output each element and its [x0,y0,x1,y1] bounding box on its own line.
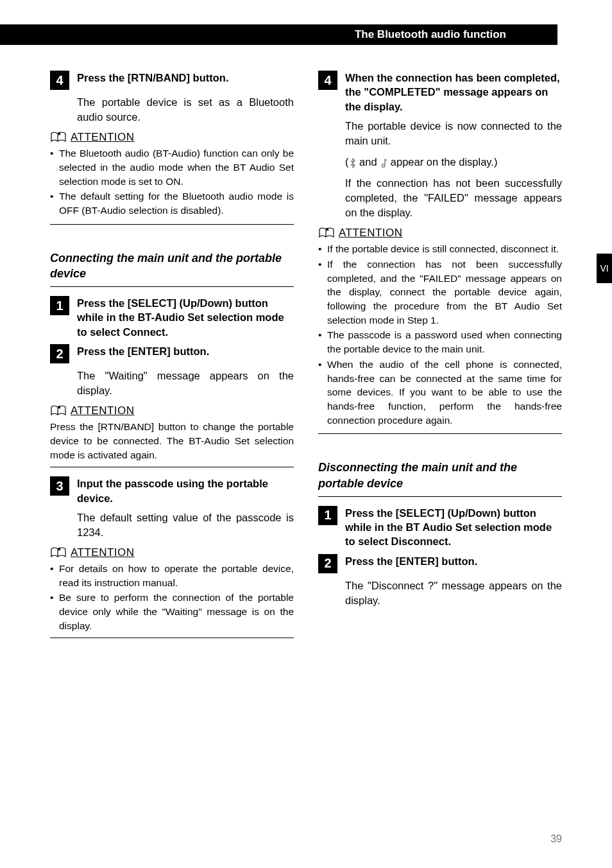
secA-step-2-title: Press the [ENTER] button. [77,344,209,358]
paren-close: appear on the display.) [387,156,497,168]
divider [318,496,562,497]
secA-step-1: 1 Press the [SELECT] (Up/Down) button wh… [50,296,294,339]
attention-4-item-2: The passcode is a password used when con… [327,328,562,356]
secA-step-2: 2 Press the [ENTER] button. [50,344,294,363]
book-icon [50,404,67,417]
step-number-2: 2 [318,554,337,573]
book-icon [50,546,67,559]
attention-4-item-3: When the audio of the cell phone is conn… [327,358,562,427]
secA-step-3-body: The default setting value of the passcod… [77,510,294,540]
divider [50,224,294,225]
secB-step-1: 1 Press the [SELECT] (Up/Down) button wh… [318,506,562,549]
attention-4-item-0: If the portable device is still connecte… [327,242,562,256]
right-step-4-body1: The portable device is now connected to … [345,119,562,148]
secB-step-2: 2 Press the [ENTER] button. [318,554,562,573]
right-step-4-title: When the connection has been completed, … [345,71,562,114]
step-number-4: 4 [318,71,337,90]
step-number-3: 3 [50,476,69,496]
attention-header-2: ATTENTION [50,404,294,417]
music-note-icon [380,158,387,168]
left-step-4-title: Press the [RTN/BAND] button. [77,71,229,85]
attention-1-item-0: The Bluetooth audio (BT-Audio) function … [59,146,294,188]
disconnecting-heading: Disconnecting the main unit and the port… [318,460,562,491]
attention-2-text: Press the [RTN/BAND] button to change th… [50,420,294,462]
bluetooth-icon [349,158,357,168]
book-icon [50,131,67,144]
secA-step-3: 3 Input the passcode using the portable … [50,476,294,505]
attention-list-3: For details on how to operate the portab… [50,562,294,632]
step-number-1: 1 [50,296,69,315]
attention-label-3: ATTENTION [71,546,135,559]
right-step-4: 4 When the connection has been completed… [318,71,562,114]
attention-list-1: The Bluetooth audio (BT-Audio) function … [50,146,294,217]
right-step-4-body2: ( and appear on the display.) [345,155,562,169]
divider [50,286,294,287]
step-number-4: 4 [50,71,69,90]
chapter-tab: VI [597,254,612,283]
book-icon [318,227,335,239]
attention-label-1: ATTENTION [71,131,135,144]
step-number-2: 2 [50,344,69,363]
secA-step-2-body: The "Waiting" message appears on the dis… [77,369,294,398]
connecting-heading: Connecting the main unit and the portabl… [50,250,294,282]
attention-3-item-1: Be sure to perform the connection of the… [59,591,294,632]
secA-step-1-title: Press the [SELECT] (Up/Down) button whil… [77,296,294,339]
left-step-4-body: The portable device is set as a Bluetoot… [77,95,294,125]
step-number-1: 1 [318,506,337,525]
right-column: 4 When the connection has been completed… [318,71,562,647]
divider [318,433,562,434]
left-column: 4 Press the [RTN/BAND] button. The porta… [50,71,294,647]
attention-header-3: ATTENTION [50,546,294,559]
page-number: 39 [550,833,562,845]
secB-step-2-title: Press the [ENTER] button. [345,554,477,568]
secB-step-1-title: Press the [SELECT] (Up/Down) button whil… [345,506,562,549]
header-bar: The Bluetooth audio function [0,24,557,45]
and-text: and [357,156,380,168]
attention-list-4: If the portable device is still connecte… [318,242,562,427]
right-step-4-body3: If the connection has not been successfu… [345,176,562,220]
attention-1-item-1: The default setting for the Bluetooth au… [59,189,294,217]
page: The Bluetooth audio function VI 4 Press … [0,0,612,868]
attention-4-item-1: If the connection has not been successfu… [327,257,562,327]
secB-step-2-body: The "Disconnect ?" message appears on th… [345,578,562,608]
attention-3-item-0: For details on how to operate the portab… [59,562,294,589]
attention-label-4: ATTENTION [339,227,403,239]
attention-header-1: ATTENTION [50,131,294,144]
attention-label-2: ATTENTION [71,404,135,417]
secA-step-3-title: Input the passcode using the portable de… [77,476,294,505]
left-step-4: 4 Press the [RTN/BAND] button. [50,71,294,90]
divider [50,467,294,467]
attention-header-4: ATTENTION [318,227,562,239]
header-title-text: The Bluetooth audio function [355,28,557,40]
divider [50,638,294,638]
